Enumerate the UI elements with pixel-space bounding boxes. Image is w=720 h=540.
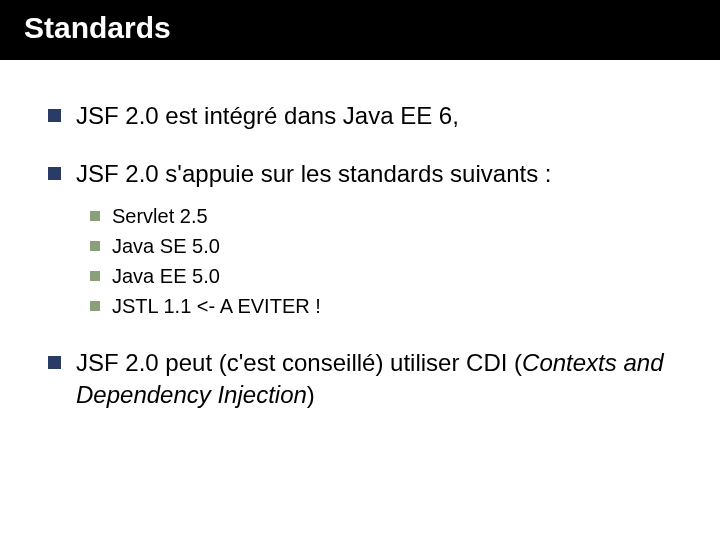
bullet-text: JSF 2.0 s'appuie sur les standards suiva…: [76, 160, 552, 187]
slide-content: JSF 2.0 est intégré dans Java EE 6, JSF …: [0, 60, 720, 412]
bullet-text-post: ): [307, 381, 315, 408]
bullet-text: Java SE 5.0: [112, 235, 220, 257]
bullet-text: JSTL 1.1 <- A EVITER !: [112, 295, 321, 317]
list-item: JSF 2.0 est intégré dans Java EE 6,: [48, 100, 692, 132]
bullet-text: Java EE 5.0: [112, 265, 220, 287]
list-item: Java EE 5.0: [90, 261, 692, 291]
bullet-text: JSF 2.0 est intégré dans Java EE 6,: [76, 102, 459, 129]
slide: Standards JSF 2.0 est intégré dans Java …: [0, 0, 720, 540]
list-item: Java SE 5.0: [90, 231, 692, 261]
slide-title: Standards: [24, 11, 171, 45]
list-item: Servlet 2.5: [90, 201, 692, 231]
list-item: JSF 2.0 peut (c'est conseillé) utiliser …: [48, 347, 692, 412]
list-item: JSTL 1.1 <- A EVITER !: [90, 291, 692, 321]
title-band: Standards: [0, 0, 720, 60]
bullet-text: Servlet 2.5: [112, 205, 208, 227]
bullet-text-pre: JSF 2.0 peut (c'est conseillé) utiliser …: [76, 349, 522, 376]
sub-bullet-list: Servlet 2.5 Java SE 5.0 Java EE 5.0 JSTL…: [76, 201, 692, 321]
bullet-list: JSF 2.0 est intégré dans Java EE 6, JSF …: [48, 100, 692, 412]
list-item: JSF 2.0 s'appuie sur les standards suiva…: [48, 158, 692, 320]
